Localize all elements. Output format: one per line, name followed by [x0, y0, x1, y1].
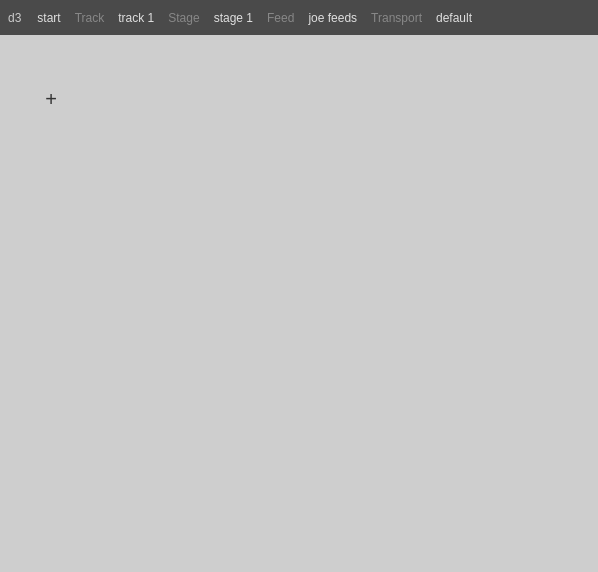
toolbar: d3 start Track track 1 Stage stage 1 Fee…	[0, 0, 598, 35]
crosshair-icon	[42, 90, 60, 108]
transport-label: Transport	[365, 0, 428, 35]
canvas-area[interactable]	[0, 35, 598, 572]
start-value[interactable]: start	[31, 0, 66, 35]
app-id: d3	[4, 0, 29, 35]
track-label: Track	[69, 0, 111, 35]
transport-value[interactable]: default	[430, 0, 478, 35]
stage-label: Stage	[162, 0, 205, 35]
stage-value[interactable]: stage 1	[208, 0, 259, 35]
track-value[interactable]: track 1	[112, 0, 160, 35]
feed-value[interactable]: joe feeds	[302, 0, 363, 35]
feed-label: Feed	[261, 0, 300, 35]
